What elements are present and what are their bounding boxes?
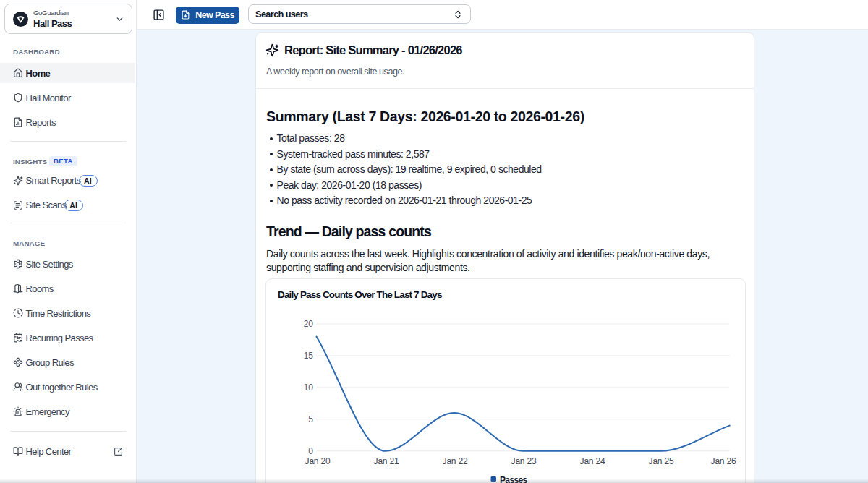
- svg-text:Jan 26: Jan 26: [711, 456, 736, 466]
- svg-text:20: 20: [304, 319, 314, 329]
- svg-text:Jan 25: Jan 25: [649, 456, 674, 466]
- svg-text:0: 0: [308, 446, 313, 456]
- svg-text:Jan 23: Jan 23: [511, 456, 537, 466]
- svg-text:Jan 24: Jan 24: [580, 456, 605, 466]
- svg-text:Jan 20: Jan 20: [305, 456, 331, 466]
- svg-text:5: 5: [308, 414, 313, 424]
- svg-text:15: 15: [304, 351, 314, 361]
- svg-text:Jan 22: Jan 22: [443, 456, 468, 466]
- svg-text:10: 10: [304, 382, 314, 393]
- svg-text:Jan 21: Jan 21: [374, 456, 399, 466]
